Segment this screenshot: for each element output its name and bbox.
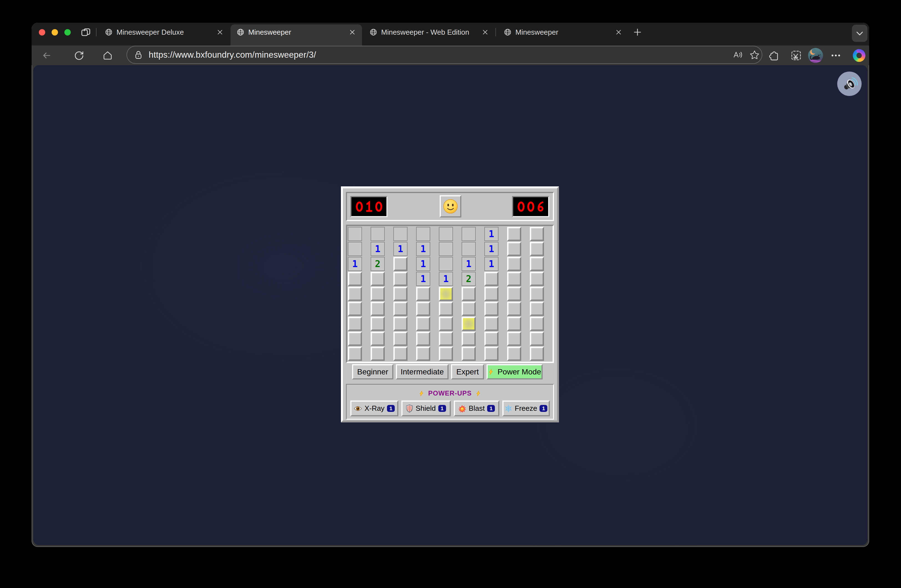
tab-minesweeper-web-edition[interactable]: Minesweeper - Web Edition: [363, 23, 494, 45]
close-window-button[interactable]: [39, 29, 45, 36]
extensions-button[interactable]: [767, 45, 781, 65]
board-cell-r3-c9[interactable]: [530, 257, 544, 271]
board-cell-r9-c4[interactable]: [416, 347, 430, 361]
board-cell-r5-c3[interactable]: [393, 287, 407, 301]
board-cell-r7-c8[interactable]: [507, 317, 521, 331]
board-cell-r9-c3[interactable]: [393, 347, 407, 361]
board-cell-r2-c3[interactable]: 1: [393, 242, 407, 256]
board-cell-r9-c7[interactable]: [484, 347, 499, 361]
board-cell-r7-c1[interactable]: [348, 317, 362, 331]
close-tab-icon[interactable]: [615, 28, 622, 36]
board-cell-r1-c8[interactable]: [507, 227, 521, 241]
board-cell-r1-c3[interactable]: [393, 227, 407, 241]
board-cell-r3-c3[interactable]: [393, 257, 407, 271]
board-cell-r6-c9[interactable]: [530, 302, 544, 316]
board-cell-r3-c6[interactable]: 1: [461, 257, 476, 271]
beginner-button[interactable]: Beginner: [352, 364, 393, 379]
xray-powerup-button[interactable]: X-Ray 1: [350, 401, 398, 416]
board-cell-r5-c6[interactable]: [461, 287, 476, 301]
board-cell-r9-c9[interactable]: [530, 347, 544, 361]
board-cell-r6-c6[interactable]: [461, 302, 476, 316]
board-cell-r7-c3[interactable]: [393, 317, 407, 331]
tab-actions-chevron-button[interactable]: [852, 25, 867, 42]
board-cell-r3-c4[interactable]: 1: [416, 257, 430, 271]
tab-minesweeper-deluxe[interactable]: Minesweeper Deluxe: [100, 23, 229, 45]
copilot-button[interactable]: [851, 45, 867, 65]
board-cell-r2-c1[interactable]: [348, 242, 362, 256]
board-cell-r5-c7[interactable]: [484, 287, 499, 301]
minimize-window-button[interactable]: [51, 29, 58, 36]
tab-stack-icon[interactable]: [80, 27, 92, 38]
board-cell-r5-c2[interactable]: [371, 287, 385, 301]
board-cell-r1-c6[interactable]: [461, 227, 476, 241]
board-cell-r6-c3[interactable]: [393, 302, 407, 316]
close-tab-icon[interactable]: [482, 28, 489, 36]
expert-button[interactable]: Expert: [451, 364, 484, 379]
board-cell-r8-c6[interactable]: [461, 332, 476, 346]
board-cell-r8-c2[interactable]: [371, 332, 385, 346]
board-cell-r9-c5[interactable]: [439, 347, 453, 361]
intermediate-button[interactable]: Intermediate: [396, 364, 449, 379]
board-cell-r5-c1[interactable]: [348, 287, 362, 301]
board-cell-r8-c7[interactable]: [484, 332, 499, 346]
board-cell-r8-c4[interactable]: [416, 332, 430, 346]
board-cell-r2-c5[interactable]: [439, 242, 453, 256]
board-cell-r3-c8[interactable]: [507, 257, 521, 271]
board-cell-r4-c7[interactable]: [484, 272, 499, 286]
favorites-star-icon[interactable]: [749, 49, 760, 61]
board-cell-r2-c4[interactable]: 1: [416, 242, 430, 256]
smiley-reset-button[interactable]: [440, 195, 461, 217]
board-cell-r2-c9[interactable]: [530, 242, 544, 256]
board-cell-r1-c1[interactable]: [348, 227, 362, 241]
read-aloud-icon[interactable]: [732, 49, 744, 61]
board-cell-r3-c5[interactable]: [439, 257, 453, 271]
board-cell-r4-c8[interactable]: [507, 272, 521, 286]
tab-minesweeper-2[interactable]: Minesweeper: [497, 23, 628, 45]
shield-powerup-button[interactable]: Shield 1: [401, 401, 451, 416]
board-cell-r2-c8[interactable]: [507, 242, 521, 256]
settings-more-button[interactable]: [829, 45, 843, 65]
freeze-powerup-button[interactable]: Freeze 1: [502, 401, 550, 416]
new-tab-button[interactable]: [633, 27, 642, 37]
web-capture-button[interactable]: [789, 45, 803, 65]
board-cell-r6-c7[interactable]: [484, 302, 499, 316]
board-cell-r2-c7[interactable]: 1: [484, 242, 499, 256]
board-cell-r7-c2[interactable]: [371, 317, 385, 331]
board-cell-r9-c1[interactable]: [348, 347, 362, 361]
board-cell-r8-c3[interactable]: [393, 332, 407, 346]
board-cell-r1-c2[interactable]: [371, 227, 385, 241]
board-cell-r8-c1[interactable]: [348, 332, 362, 346]
board-cell-r5-c5[interactable]: [439, 287, 453, 301]
board-cell-r4-c3[interactable]: [393, 272, 407, 286]
board-cell-r1-c9[interactable]: [530, 227, 544, 241]
board-cell-r6-c1[interactable]: [348, 302, 362, 316]
board-cell-r3-c1[interactable]: 1: [348, 257, 362, 271]
board-cell-r9-c8[interactable]: [507, 347, 521, 361]
board-cell-r4-c2[interactable]: [371, 272, 385, 286]
home-button[interactable]: [100, 45, 115, 65]
board-cell-r4-c9[interactable]: [530, 272, 544, 286]
board-cell-r7-c6[interactable]: [461, 317, 476, 331]
url-text[interactable]: https://www.bxfoundry.com/minesweeper/3/: [149, 50, 732, 60]
board-cell-r3-c7[interactable]: 1: [484, 257, 499, 271]
board-cell-r8-c8[interactable]: [507, 332, 521, 346]
board-cell-r7-c4[interactable]: [416, 317, 430, 331]
address-bar[interactable]: https://www.bxfoundry.com/minesweeper/3/: [126, 46, 762, 64]
close-tab-icon[interactable]: [349, 28, 356, 36]
reload-button[interactable]: [72, 45, 86, 65]
board-cell-r1-c5[interactable]: [439, 227, 453, 241]
board-cell-r6-c5[interactable]: [439, 302, 453, 316]
board-cell-r5-c9[interactable]: [530, 287, 544, 301]
board-cell-r4-c1[interactable]: [348, 272, 362, 286]
zoom-window-button[interactable]: [64, 29, 71, 36]
board-cell-r5-c4[interactable]: [416, 287, 430, 301]
board-cell-r4-c4[interactable]: 1: [416, 272, 430, 286]
back-button[interactable]: [39, 45, 54, 65]
board-cell-r7-c9[interactable]: [530, 317, 544, 331]
board-cell-r7-c7[interactable]: [484, 317, 499, 331]
power-mode-button[interactable]: Power Mode: [486, 364, 542, 379]
board-cell-r6-c2[interactable]: [371, 302, 385, 316]
board-cell-r6-c4[interactable]: [416, 302, 430, 316]
close-tab-icon[interactable]: [217, 28, 224, 36]
board-cell-r2-c6[interactable]: [461, 242, 476, 256]
